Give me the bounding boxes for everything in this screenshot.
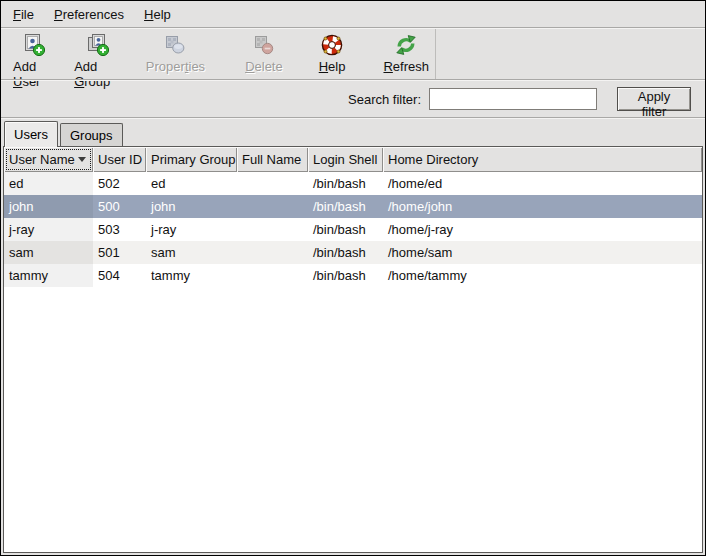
help-button-label: Help bbox=[319, 59, 346, 74]
cell-user_id: 503 bbox=[93, 218, 146, 241]
cell-full_name bbox=[237, 241, 308, 264]
users-table: User NameUser IDPrimary GroupFull NameLo… bbox=[3, 146, 703, 553]
delete-button-label: Delete bbox=[245, 59, 283, 74]
menu-file[interactable]: File bbox=[3, 3, 44, 26]
column-header-user_id[interactable]: User ID bbox=[93, 147, 146, 172]
cell-user_id: 502 bbox=[93, 172, 146, 195]
table-row-j-ray[interactable]: j-ray503j-ray/bin/bash/home/j-ray bbox=[4, 218, 702, 241]
tab-groups[interactable]: Groups bbox=[60, 123, 123, 146]
cell-full_name bbox=[237, 172, 308, 195]
help-icon bbox=[320, 33, 344, 57]
cell-user_id: 504 bbox=[93, 264, 146, 287]
cell-primary_group: john bbox=[146, 195, 237, 218]
cell-full_name bbox=[237, 195, 308, 218]
apply-filter-button[interactable]: Apply filter bbox=[617, 87, 691, 111]
properties-button: Properties bbox=[140, 33, 211, 74]
cell-user_name: sam bbox=[4, 241, 93, 264]
cell-login_shell: /bin/bash bbox=[308, 218, 383, 241]
cell-home_directory: /home/john bbox=[383, 195, 702, 218]
search-filter-input[interactable] bbox=[429, 88, 597, 110]
add-group-icon bbox=[86, 33, 110, 57]
cell-full_name bbox=[237, 264, 308, 287]
delete-button: Delete bbox=[239, 33, 289, 74]
cell-user_name: john bbox=[4, 195, 93, 218]
cell-login_shell: /bin/bash bbox=[308, 172, 383, 195]
help-button[interactable]: Help bbox=[313, 33, 352, 74]
column-header-label: Home Directory bbox=[388, 152, 478, 167]
column-header-user_name[interactable]: User Name bbox=[4, 147, 93, 172]
cell-user_id: 501 bbox=[93, 241, 146, 264]
cell-user_name: tammy bbox=[4, 264, 93, 287]
add-user-icon bbox=[22, 33, 46, 57]
column-header-label: User ID bbox=[98, 152, 142, 167]
properties-button-label: Properties bbox=[146, 59, 205, 74]
refresh-button[interactable]: Refresh bbox=[377, 33, 435, 74]
cell-login_shell: /bin/bash bbox=[308, 195, 383, 218]
column-header-home_directory[interactable]: Home Directory bbox=[383, 147, 702, 172]
cell-primary_group: j-ray bbox=[146, 218, 237, 241]
menu-help[interactable]: Help bbox=[134, 3, 181, 26]
table-row-sam[interactable]: sam501sam/bin/bash/home/sam bbox=[4, 241, 702, 264]
delete-icon bbox=[252, 33, 276, 57]
search-filter-label: Search filter: bbox=[348, 92, 421, 107]
table-row-ed[interactable]: ed502ed/bin/bash/home/ed bbox=[4, 172, 702, 195]
cell-home_directory: /home/sam bbox=[383, 241, 702, 264]
refresh-icon bbox=[394, 33, 418, 57]
column-header-full_name[interactable]: Full Name bbox=[237, 147, 308, 172]
toolbar: Add User Add Group Properties Delete Hel… bbox=[1, 29, 436, 79]
cell-primary_group: sam bbox=[146, 241, 237, 264]
column-header-label: User Name bbox=[9, 152, 75, 167]
tab-bar: UsersGroups bbox=[1, 119, 705, 146]
menubar: FilePreferencesHelp bbox=[1, 1, 705, 27]
cell-home_directory: /home/ed bbox=[383, 172, 702, 195]
table-row-tammy[interactable]: tammy504tammy/bin/bash/home/tammy bbox=[4, 264, 702, 287]
cell-home_directory: /home/j-ray bbox=[383, 218, 702, 241]
column-header-primary_group[interactable]: Primary Group bbox=[146, 147, 237, 172]
cell-login_shell: /bin/bash bbox=[308, 241, 383, 264]
table-empty-area bbox=[4, 287, 702, 552]
sort-descending-icon bbox=[78, 157, 86, 162]
cell-user_id: 500 bbox=[93, 195, 146, 218]
column-header-label: Login Shell bbox=[313, 152, 377, 167]
properties-icon bbox=[163, 33, 187, 57]
cell-user_name: ed bbox=[4, 172, 93, 195]
tab-users[interactable]: Users bbox=[4, 121, 58, 147]
table-body: ed502ed/bin/bash/home/edjohn500john/bin/… bbox=[4, 172, 702, 552]
column-header-login_shell[interactable]: Login Shell bbox=[308, 147, 383, 172]
table-row-john[interactable]: john500john/bin/bash/home/john bbox=[4, 195, 702, 218]
cell-full_name bbox=[237, 218, 308, 241]
user-manager-window: FilePreferencesHelp Add User Add Group P… bbox=[0, 0, 706, 556]
cell-user_name: j-ray bbox=[4, 218, 93, 241]
refresh-button-label: Refresh bbox=[383, 59, 429, 74]
menu-preferences[interactable]: Preferences bbox=[44, 3, 134, 26]
cell-primary_group: tammy bbox=[146, 264, 237, 287]
table-header-row: User NameUser IDPrimary GroupFull NameLo… bbox=[4, 147, 702, 172]
cell-primary_group: ed bbox=[146, 172, 237, 195]
cell-home_directory: /home/tammy bbox=[383, 264, 702, 287]
column-header-label: Primary Group bbox=[151, 152, 236, 167]
column-header-label: Full Name bbox=[242, 152, 301, 167]
cell-login_shell: /bin/bash bbox=[308, 264, 383, 287]
search-filter-row: Search filter: Apply filter bbox=[1, 81, 705, 117]
